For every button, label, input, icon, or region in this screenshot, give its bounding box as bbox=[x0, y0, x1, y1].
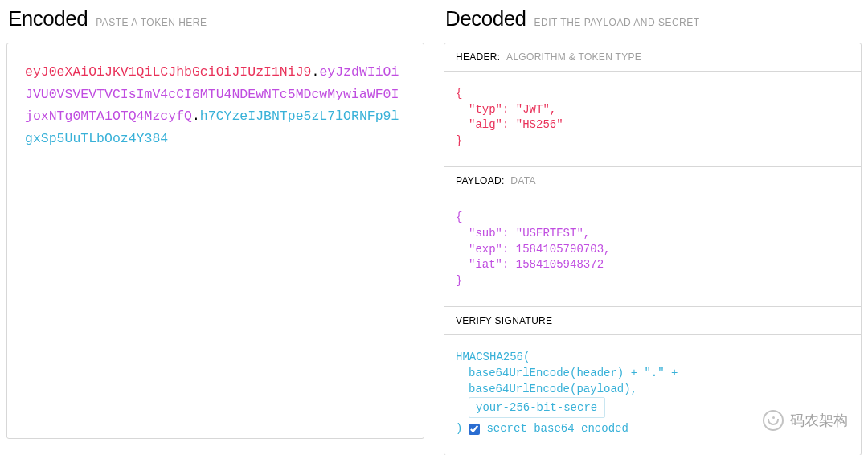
decoded-header: Decoded EDIT THE PAYLOAD AND SECRET bbox=[444, 6, 862, 31]
header-section: HEADER: ALGORITHM & TOKEN TYPE { "typ": … bbox=[444, 43, 861, 167]
payload-label-muted: DATA bbox=[510, 175, 535, 187]
payload-section: PAYLOAD: DATA { "sub": "USERTEST", "exp"… bbox=[444, 167, 861, 307]
secret-input[interactable] bbox=[469, 397, 605, 418]
json-brace-close: } bbox=[456, 134, 462, 147]
wechat-icon bbox=[763, 410, 784, 431]
sig-line: base64UrlEncode(payload), bbox=[456, 382, 850, 398]
decoded-panel: HEADER: ALGORITHM & TOKEN TYPE { "typ": … bbox=[444, 43, 862, 455]
header-label-strong: HEADER: bbox=[456, 51, 500, 63]
signature-label-strong: VERIFY SIGNATURE bbox=[456, 315, 552, 326]
encoded-column: Encoded PASTE A TOKEN HERE eyJ0eXAiOiJKV… bbox=[6, 6, 424, 455]
header-section-label: HEADER: ALGORITHM & TOKEN TYPE bbox=[444, 43, 861, 72]
token-header-segment: eyJ0eXAiOiJKV1QiLCJhbGciOiJIUzI1NiJ9 bbox=[25, 64, 311, 80]
decoded-column: Decoded EDIT THE PAYLOAD AND SECRET HEAD… bbox=[444, 6, 862, 455]
sig-close-paren: ) bbox=[456, 421, 462, 437]
signature-section-label: VERIFY SIGNATURE bbox=[444, 307, 861, 335]
encoded-subtitle: PASTE A TOKEN HERE bbox=[96, 17, 207, 28]
signature-body: HMACSHA256( base64UrlEncode(header) + ".… bbox=[444, 335, 861, 454]
sig-line: HMACSHA256( bbox=[456, 350, 850, 366]
json-brace-close: } bbox=[456, 274, 462, 287]
header-json-editor[interactable]: { "typ": "JWT", "alg": "HS256" } bbox=[444, 72, 861, 166]
watermark-text: 码农架构 bbox=[790, 411, 848, 430]
json-line: "sub": "USERTEST", bbox=[456, 226, 850, 242]
sig-line: base64UrlEncode(header) + "." + bbox=[456, 366, 850, 382]
json-line: "iat": 1584105948372 bbox=[456, 257, 850, 273]
json-line: "exp": 1584105790703, bbox=[456, 242, 850, 258]
token-dot: . bbox=[311, 64, 319, 80]
decoded-subtitle: EDIT THE PAYLOAD AND SECRET bbox=[534, 17, 700, 28]
base64-encoded-checkbox[interactable] bbox=[469, 424, 480, 435]
watermark: 码农架构 bbox=[763, 410, 848, 431]
json-line: "alg": "HS256" bbox=[456, 117, 850, 133]
payload-section-label: PAYLOAD: DATA bbox=[444, 167, 861, 195]
json-brace-open: { bbox=[456, 211, 462, 223]
decoded-title: Decoded bbox=[445, 6, 526, 31]
payload-label-strong: PAYLOAD: bbox=[456, 175, 505, 187]
payload-json-editor[interactable]: { "sub": "USERTEST", "exp": 158410579070… bbox=[444, 195, 861, 306]
encoded-title: Encoded bbox=[8, 6, 88, 31]
json-line: "typ": "JWT", bbox=[456, 102, 850, 118]
encoded-header: Encoded PASTE A TOKEN HERE bbox=[6, 6, 424, 31]
json-brace-open: { bbox=[456, 87, 462, 100]
header-label-muted: ALGORITHM & TOKEN TYPE bbox=[506, 51, 641, 63]
signature-section: VERIFY SIGNATURE HMACSHA256( base64UrlEn… bbox=[444, 307, 861, 454]
encoded-input[interactable]: eyJ0eXAiOiJKV1QiLCJhbGciOiJIUzI1NiJ9.eyJ… bbox=[6, 43, 424, 439]
token-dot: . bbox=[192, 109, 200, 124]
base64-encoded-label: secret base64 encoded bbox=[486, 421, 628, 437]
